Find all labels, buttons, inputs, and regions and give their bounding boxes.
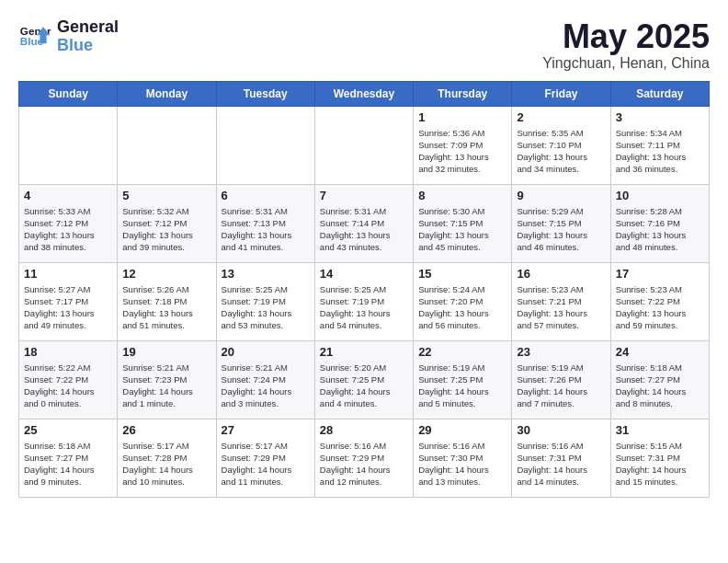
weekday-header: Wednesday bbox=[314, 81, 413, 106]
calendar-cell: 9Sunrise: 5:29 AM Sunset: 7:15 PM Daylig… bbox=[512, 184, 610, 262]
day-info: Sunrise: 5:25 AM Sunset: 7:19 PM Dayligh… bbox=[320, 283, 408, 332]
day-number: 6 bbox=[222, 189, 310, 202]
calendar-cell bbox=[19, 106, 118, 184]
calendar-cell: 12Sunrise: 5:26 AM Sunset: 7:18 PM Dayli… bbox=[118, 262, 216, 340]
day-number: 18 bbox=[24, 345, 112, 359]
day-number: 8 bbox=[418, 189, 506, 202]
day-info: Sunrise: 5:27 AM Sunset: 7:17 PM Dayligh… bbox=[24, 283, 112, 332]
weekday-header: Tuesday bbox=[216, 81, 314, 106]
calendar-cell: 18Sunrise: 5:22 AM Sunset: 7:22 PM Dayli… bbox=[19, 340, 118, 419]
day-info: Sunrise: 5:32 AM Sunset: 7:12 PM Dayligh… bbox=[122, 205, 210, 254]
day-info: Sunrise: 5:21 AM Sunset: 7:23 PM Dayligh… bbox=[122, 362, 210, 410]
day-info: Sunrise: 5:22 AM Sunset: 7:22 PM Dayligh… bbox=[24, 362, 112, 410]
calendar-cell: 24Sunrise: 5:18 AM Sunset: 7:27 PM Dayli… bbox=[610, 340, 709, 419]
calendar-cell: 25Sunrise: 5:18 AM Sunset: 7:27 PM Dayli… bbox=[19, 419, 118, 497]
calendar-cell: 17Sunrise: 5:23 AM Sunset: 7:22 PM Dayli… bbox=[610, 262, 709, 340]
calendar-cell: 30Sunrise: 5:16 AM Sunset: 7:31 PM Dayli… bbox=[512, 419, 610, 497]
day-number: 10 bbox=[616, 189, 704, 202]
page-header: General Blue General Blue May 2025 Yingc… bbox=[18, 18, 710, 72]
day-number: 19 bbox=[122, 345, 210, 359]
weekday-header: Sunday bbox=[19, 81, 118, 106]
day-number: 1 bbox=[418, 110, 506, 124]
calendar-cell: 13Sunrise: 5:25 AM Sunset: 7:19 PM Dayli… bbox=[216, 262, 314, 340]
calendar-week-row: 18Sunrise: 5:22 AM Sunset: 7:22 PM Dayli… bbox=[19, 340, 710, 419]
calendar-cell: 3Sunrise: 5:34 AM Sunset: 7:11 PM Daylig… bbox=[610, 106, 709, 184]
calendar-cell bbox=[118, 106, 216, 184]
calendar-cell: 10Sunrise: 5:28 AM Sunset: 7:16 PM Dayli… bbox=[610, 184, 709, 262]
day-info: Sunrise: 5:15 AM Sunset: 7:31 PM Dayligh… bbox=[616, 440, 704, 488]
day-info: Sunrise: 5:26 AM Sunset: 7:18 PM Dayligh… bbox=[122, 283, 210, 332]
day-info: Sunrise: 5:23 AM Sunset: 7:22 PM Dayligh… bbox=[616, 283, 704, 332]
day-number: 24 bbox=[616, 345, 704, 359]
calendar-cell: 11Sunrise: 5:27 AM Sunset: 7:17 PM Dayli… bbox=[19, 262, 118, 340]
calendar-cell: 31Sunrise: 5:15 AM Sunset: 7:31 PM Dayli… bbox=[610, 419, 709, 497]
calendar-title: May 2025 bbox=[542, 18, 710, 55]
calendar-cell: 2Sunrise: 5:35 AM Sunset: 7:10 PM Daylig… bbox=[512, 106, 610, 184]
weekday-header: Saturday bbox=[610, 81, 709, 106]
weekday-header-row: SundayMondayTuesdayWednesdayThursdayFrid… bbox=[19, 81, 710, 106]
day-number: 29 bbox=[418, 423, 506, 437]
day-number: 16 bbox=[517, 267, 605, 281]
day-number: 17 bbox=[616, 267, 704, 281]
day-info: Sunrise: 5:34 AM Sunset: 7:11 PM Dayligh… bbox=[616, 127, 704, 176]
day-info: Sunrise: 5:18 AM Sunset: 7:27 PM Dayligh… bbox=[24, 440, 112, 488]
day-number: 5 bbox=[122, 189, 210, 202]
day-number: 15 bbox=[418, 267, 506, 281]
logo-name: General Blue bbox=[57, 18, 119, 55]
title-block: May 2025 Yingchuan, Henan, China bbox=[542, 18, 710, 72]
day-number: 21 bbox=[320, 345, 408, 359]
calendar-week-row: 11Sunrise: 5:27 AM Sunset: 7:17 PM Dayli… bbox=[19, 262, 710, 340]
calendar-week-row: 4Sunrise: 5:33 AM Sunset: 7:12 PM Daylig… bbox=[19, 184, 710, 262]
day-info: Sunrise: 5:30 AM Sunset: 7:15 PM Dayligh… bbox=[418, 205, 506, 254]
day-info: Sunrise: 5:21 AM Sunset: 7:24 PM Dayligh… bbox=[222, 362, 310, 410]
weekday-header: Friday bbox=[512, 81, 610, 106]
day-info: Sunrise: 5:24 AM Sunset: 7:20 PM Dayligh… bbox=[418, 283, 506, 332]
logo-icon: General Blue bbox=[18, 20, 51, 53]
calendar-cell: 1Sunrise: 5:36 AM Sunset: 7:09 PM Daylig… bbox=[414, 106, 512, 184]
day-info: Sunrise: 5:28 AM Sunset: 7:16 PM Dayligh… bbox=[616, 205, 704, 254]
day-info: Sunrise: 5:17 AM Sunset: 7:28 PM Dayligh… bbox=[122, 440, 210, 488]
day-number: 20 bbox=[222, 345, 310, 359]
logo: General Blue General Blue bbox=[18, 18, 119, 55]
calendar-subtitle: Yingchuan, Henan, China bbox=[542, 55, 710, 72]
day-info: Sunrise: 5:20 AM Sunset: 7:25 PM Dayligh… bbox=[320, 362, 408, 410]
calendar-cell: 5Sunrise: 5:32 AM Sunset: 7:12 PM Daylig… bbox=[118, 184, 216, 262]
day-info: Sunrise: 5:16 AM Sunset: 7:29 PM Dayligh… bbox=[320, 440, 408, 488]
calendar-cell: 14Sunrise: 5:25 AM Sunset: 7:19 PM Dayli… bbox=[314, 262, 413, 340]
day-number: 23 bbox=[517, 345, 605, 359]
calendar-cell: 28Sunrise: 5:16 AM Sunset: 7:29 PM Dayli… bbox=[314, 419, 413, 497]
day-number: 7 bbox=[320, 189, 408, 202]
calendar-cell: 27Sunrise: 5:17 AM Sunset: 7:29 PM Dayli… bbox=[216, 419, 314, 497]
calendar-cell: 7Sunrise: 5:31 AM Sunset: 7:14 PM Daylig… bbox=[314, 184, 413, 262]
calendar-cell: 22Sunrise: 5:19 AM Sunset: 7:25 PM Dayli… bbox=[414, 340, 512, 419]
day-info: Sunrise: 5:36 AM Sunset: 7:09 PM Dayligh… bbox=[418, 127, 506, 176]
day-number: 13 bbox=[222, 267, 310, 281]
day-info: Sunrise: 5:19 AM Sunset: 7:26 PM Dayligh… bbox=[517, 362, 605, 410]
day-info: Sunrise: 5:25 AM Sunset: 7:19 PM Dayligh… bbox=[222, 283, 310, 332]
day-number: 2 bbox=[517, 110, 605, 124]
day-info: Sunrise: 5:16 AM Sunset: 7:31 PM Dayligh… bbox=[517, 440, 605, 488]
day-info: Sunrise: 5:16 AM Sunset: 7:30 PM Dayligh… bbox=[418, 440, 506, 488]
calendar-cell: 19Sunrise: 5:21 AM Sunset: 7:23 PM Dayli… bbox=[118, 340, 216, 419]
calendar-cell: 20Sunrise: 5:21 AM Sunset: 7:24 PM Dayli… bbox=[216, 340, 314, 419]
calendar-cell bbox=[314, 106, 413, 184]
calendar-cell: 16Sunrise: 5:23 AM Sunset: 7:21 PM Dayli… bbox=[512, 262, 610, 340]
day-info: Sunrise: 5:33 AM Sunset: 7:12 PM Dayligh… bbox=[24, 205, 112, 254]
day-number: 4 bbox=[24, 189, 112, 202]
day-number: 3 bbox=[616, 110, 704, 124]
day-info: Sunrise: 5:23 AM Sunset: 7:21 PM Dayligh… bbox=[517, 283, 605, 332]
calendar-table: SundayMondayTuesdayWednesdayThursdayFrid… bbox=[18, 81, 710, 498]
day-number: 9 bbox=[517, 189, 605, 202]
day-info: Sunrise: 5:31 AM Sunset: 7:14 PM Dayligh… bbox=[320, 205, 408, 254]
day-number: 30 bbox=[517, 423, 605, 437]
day-number: 28 bbox=[320, 423, 408, 437]
day-number: 25 bbox=[24, 423, 112, 437]
calendar-week-row: 25Sunrise: 5:18 AM Sunset: 7:27 PM Dayli… bbox=[19, 419, 710, 497]
calendar-cell: 26Sunrise: 5:17 AM Sunset: 7:28 PM Dayli… bbox=[118, 419, 216, 497]
day-number: 12 bbox=[122, 267, 210, 281]
calendar-cell bbox=[216, 106, 314, 184]
calendar-cell: 4Sunrise: 5:33 AM Sunset: 7:12 PM Daylig… bbox=[19, 184, 118, 262]
calendar-cell: 8Sunrise: 5:30 AM Sunset: 7:15 PM Daylig… bbox=[414, 184, 512, 262]
day-info: Sunrise: 5:29 AM Sunset: 7:15 PM Dayligh… bbox=[517, 205, 605, 254]
day-number: 26 bbox=[122, 423, 210, 437]
